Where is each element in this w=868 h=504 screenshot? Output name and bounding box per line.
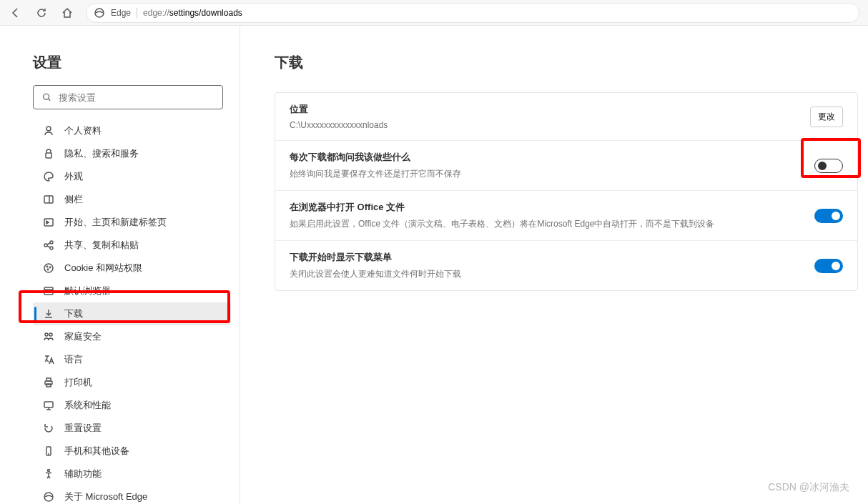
svg-rect-17 [46,378,51,381]
sidebar-item-system[interactable]: 系统和性能 [33,394,231,417]
addr-label: Edge [111,8,131,18]
row-ask: 每次下载都询问我该做些什么 始终询问我是要保存文件还是打开它而不保存 [275,141,857,191]
change-button[interactable]: 更改 [810,107,843,127]
svg-point-7 [50,241,53,244]
svg-point-21 [48,470,50,472]
sidebar-item-privacy[interactable]: 隐私、搜索和服务 [33,142,231,165]
row-location: 位置 C:\Uxxxxxxxxxxxxxnloads 更改 [275,93,857,141]
row-menu: 下载开始时显示下载菜单 关闭此设置会使人更难知道文件何时开始下载 [275,241,857,290]
svg-rect-3 [46,153,51,158]
window-icon [43,285,54,297]
sidebar: 设置 个人资料 隐私、搜索和服务 外观 侧栏 开始、主页和新建标签页 共享、复制… [0,26,240,504]
share-icon [43,239,54,251]
ask-desc: 始终询问我是要保存文件还是打开它而不保存 [290,168,814,180]
svg-rect-13 [44,287,53,295]
sidebar-item-family[interactable]: 家庭安全 [33,325,231,348]
settings-card: 位置 C:\Uxxxxxxxxxxxxxnloads 更改 每次下载都询问我该做… [275,92,858,291]
svg-point-15 [49,333,52,336]
svg-point-11 [49,267,50,267]
address-bar[interactable]: Edge edge://settings/downloads [86,3,859,23]
sidebar-item-reset[interactable]: 重置设置 [33,417,231,440]
language-icon [43,354,54,365]
sidebar-item-label: 个人资料 [64,124,102,137]
sidebar-item-label: 辅助功能 [64,468,102,480]
ask-toggle[interactable] [814,159,843,173]
edge-about-icon [43,491,54,503]
svg-point-12 [47,269,48,270]
sidebar-item-label: 隐私、搜索和服务 [64,147,139,160]
svg-point-8 [50,247,53,249]
refresh-button[interactable] [29,0,54,26]
svg-point-9 [44,264,53,272]
sidebar-item-label: 开始、主页和新建标签页 [64,216,167,229]
sidebar-item-label: 关于 Microsoft Edge [64,490,147,503]
sidebar-item-label: Cookie 和网站权限 [64,262,142,275]
cookie-icon [43,262,54,274]
sidebar-item-default[interactable]: 默认浏览器 [33,280,231,302]
settings-title: 设置 [33,53,231,72]
edge-icon [94,7,105,19]
sidebar-item-label: 家庭安全 [64,330,102,343]
sidebar-item-printer[interactable]: 打印机 [33,371,231,394]
sidebar-item-start[interactable]: 开始、主页和新建标签页 [33,211,231,234]
sidebar-item-label: 共享、复制和粘贴 [64,239,139,252]
accessibility-icon [43,468,54,480]
menu-desc: 关闭此设置会使人更难知道文件何时开始下载 [290,268,814,280]
svg-point-2 [46,127,51,131]
row-office: 在浏览器中打开 Office 文件 如果启用此设置，Office 文件（演示文稿… [275,191,857,241]
sidebar-item-language[interactable]: 语言 [33,348,231,371]
phone-icon [43,445,54,457]
sidebar-item-devices[interactable]: 手机和其他设备 [33,440,231,463]
office-toggle[interactable] [814,209,843,223]
main-panel: 下载 位置 C:\Uxxxxxxxxxxxxxnloads 更改 每次下载都询问… [240,26,868,504]
svg-rect-19 [44,402,53,407]
lock-icon [43,148,54,159]
menu-title: 下载开始时显示下载菜单 [290,251,814,264]
search-icon [42,92,51,102]
svg-point-10 [46,266,47,267]
location-title: 位置 [290,103,810,116]
browser-toolbar: Edge edge://settings/downloads [0,0,868,26]
page-title: 下载 [275,53,858,72]
sidebar-item-label: 下载 [64,307,83,320]
office-desc: 如果启用此设置，Office 文件（演示文稿、电子表格、文档）将在Microso… [290,218,814,230]
system-icon [43,400,54,411]
search-box[interactable] [33,85,223,109]
family-icon [43,331,54,342]
sidebar-item-profile[interactable]: 个人资料 [33,119,231,142]
sidebar-item-label: 外观 [64,170,83,183]
sidebar-item-label: 侧栏 [64,193,83,206]
svg-point-1 [44,94,49,99]
sidebar-item-label: 手机和其他设备 [64,445,129,458]
download-icon [43,308,54,320]
panel-icon [43,194,54,205]
sidebar-item-label: 语言 [64,353,83,366]
sidebar-item-cookies[interactable]: Cookie 和网站权限 [33,257,231,280]
sidebar-item-label: 系统和性能 [64,399,111,412]
sidebar-item-about[interactable]: 关于 Microsoft Edge [33,485,231,504]
back-button[interactable] [3,0,29,26]
printer-icon [43,377,54,388]
palette-icon [43,171,54,182]
watermark: CSDN @冰河渔夫 [768,481,849,494]
search-input[interactable] [59,92,214,103]
office-title: 在浏览器中打开 Office 文件 [290,201,814,214]
sidebar-item-label: 打印机 [64,376,92,389]
addr-separator [137,8,137,18]
reset-icon [43,423,54,434]
sidebar-items: 个人资料 隐私、搜索和服务 外观 侧栏 开始、主页和新建标签页 共享、复制和粘贴… [33,119,231,504]
sidebar-item-appearance[interactable]: 外观 [33,165,231,188]
sidebar-item-sidebar[interactable]: 侧栏 [33,188,231,211]
sidebar-item-share[interactable]: 共享、复制和粘贴 [33,234,231,257]
menu-toggle[interactable] [814,259,843,273]
profile-icon [43,125,54,137]
sidebar-item-label: 重置设置 [64,422,102,435]
svg-rect-18 [46,384,51,387]
sidebar-item-downloads[interactable]: 下载 [33,302,231,325]
svg-point-6 [44,244,47,247]
home-button[interactable] [54,0,80,26]
addr-prefix: edge:// [143,8,169,18]
location-path: C:\Uxxxxxxxxxxxxxnloads [290,120,810,130]
ask-title: 每次下载都询问我该做些什么 [290,151,814,164]
sidebar-item-accessibility[interactable]: 辅助功能 [33,463,231,485]
